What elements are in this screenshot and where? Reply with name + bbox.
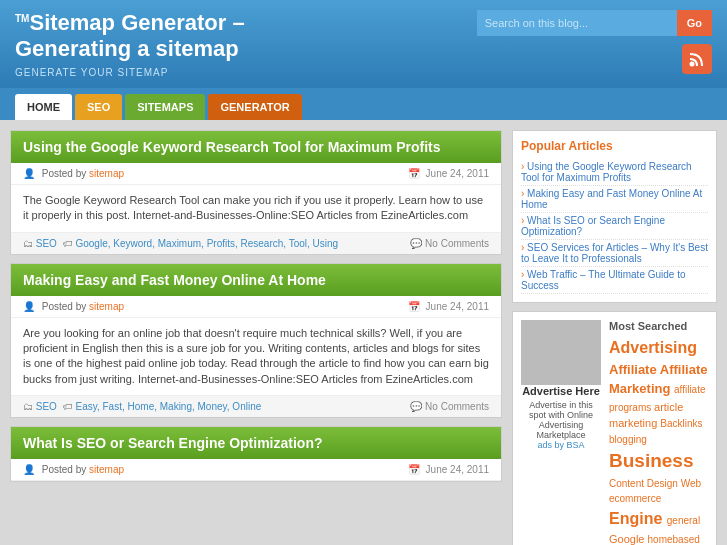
tag[interactable]: Affiliate: [609, 362, 660, 377]
tag[interactable]: ecommerce: [609, 493, 661, 504]
main-content: Using the Google Keyword Research Tool f…: [0, 120, 727, 545]
nav-bar: HOME SEO SITEMAPS GENERATOR: [0, 88, 727, 120]
svg-point-0: [690, 62, 695, 67]
advertise-section: Advertise Here Advertise in this spot wi…: [521, 320, 601, 545]
tag[interactable]: Business: [609, 450, 693, 471]
tag-cloud-area: Advertise Here Advertise in this spot wi…: [512, 311, 717, 545]
site-title: TMSitemap Generator – Generating a sitem…: [15, 10, 245, 63]
article-card: Using the Google Keyword Research Tool f…: [10, 130, 502, 255]
popular-link[interactable]: Making Easy and Fast Money Online At Hom…: [521, 186, 708, 213]
calendar-icon: 📅: [408, 168, 420, 179]
article-comments: 💬 No Comments: [410, 238, 489, 249]
article-title-link[interactable]: What Is SEO or Search Engine Optimizatio…: [23, 435, 322, 451]
tab-sitemaps[interactable]: SITEMAPS: [125, 94, 205, 120]
header-right: Go: [477, 10, 712, 74]
tag[interactable]: Backlinks: [660, 418, 702, 429]
advertise-image: [521, 320, 601, 385]
user-icon: 👤: [23, 464, 35, 475]
advertise-link[interactable]: ads by BSA: [537, 440, 584, 450]
trademark: TM: [15, 13, 29, 24]
sidebar: Popular Articles Using the Google Keywor…: [512, 130, 717, 545]
popular-articles-box: Popular Articles Using the Google Keywor…: [512, 130, 717, 303]
article-date: 📅 June 24, 2011: [408, 168, 489, 179]
tab-seo[interactable]: SEO: [75, 94, 122, 120]
popular-link[interactable]: SEO Services for Articles – Why It's Bes…: [521, 240, 708, 267]
article-body: Are you looking for an online job that d…: [11, 318, 501, 396]
site-subtitle: GENERATE YOUR SITEMAP: [15, 67, 245, 78]
user-icon: 👤: [23, 168, 35, 179]
article-footer: 🗂 SEO 🏷 Easy, Fast, Home, Making, Money,…: [11, 395, 501, 417]
tag[interactable]: Advertising: [609, 339, 697, 356]
advertise-box: Advertise Here Advertise in this spot wi…: [521, 385, 601, 450]
rss-icon[interactable]: [682, 44, 712, 74]
tag[interactable]: Content Design Web: [609, 478, 701, 489]
tag[interactable]: Google: [609, 533, 648, 545]
article-meta: 👤 Posted by sitemap 📅 June 24, 2011: [11, 163, 501, 185]
article-comments: 💬 No Comments: [410, 401, 489, 412]
author-link[interactable]: sitemap: [89, 168, 124, 179]
most-searched-title: Most Searched: [609, 320, 708, 332]
search-bar: Go: [477, 10, 712, 36]
popular-link[interactable]: Web Traffic – The Ultimate Guide to Succ…: [521, 267, 708, 294]
article-footer: 🗂 SEO 🏷 Google, Keyword, Maximum, Profit…: [11, 232, 501, 254]
user-icon: 👤: [23, 301, 35, 312]
tag[interactable]: Engine: [609, 510, 667, 527]
tab-home[interactable]: HOME: [15, 94, 72, 120]
article-meta: 👤 Posted by sitemap 📅 June 24, 2011: [11, 296, 501, 318]
tag[interactable]: general: [667, 515, 700, 526]
article-card: Making Easy and Fast Money Online At Hom…: [10, 263, 502, 419]
article-title-bar: What Is SEO or Search Engine Optimizatio…: [11, 427, 501, 459]
tag-cloud: Advertising Affiliate Affiliate Marketin…: [609, 336, 708, 545]
advertise-title: Advertise Here: [521, 385, 601, 397]
tag[interactable]: blogging: [609, 434, 647, 445]
article-tags: 🗂 SEO 🏷 Google, Keyword, Maximum, Profit…: [23, 238, 341, 249]
header-left: TMSitemap Generator – Generating a sitem…: [15, 10, 245, 78]
author-info: 👤 Posted by sitemap: [23, 464, 124, 475]
most-searched-section: Most Searched Advertising Affiliate Affi…: [609, 320, 708, 545]
calendar-icon: 📅: [408, 464, 420, 475]
article-card: What Is SEO or Search Engine Optimizatio…: [10, 426, 502, 482]
article-title-link[interactable]: Making Easy and Fast Money Online At Hom…: [23, 272, 326, 288]
search-input[interactable]: [477, 10, 677, 36]
article-title-bar: Using the Google Keyword Research Tool f…: [11, 131, 501, 163]
popular-link[interactable]: Using the Google Keyword Research Tool f…: [521, 159, 708, 186]
advertise-body: Advertise in this spot with Online Adver…: [521, 400, 601, 440]
author-info: 👤 Posted by sitemap: [23, 168, 124, 179]
header: TMSitemap Generator – Generating a sitem…: [0, 0, 727, 88]
article-title-link[interactable]: Using the Google Keyword Research Tool f…: [23, 139, 440, 155]
article-tags: 🗂 SEO 🏷 Easy, Fast, Home, Making, Money,…: [23, 401, 264, 412]
author-link[interactable]: sitemap: [89, 464, 124, 475]
article-date: 📅 June 24, 2011: [408, 464, 489, 475]
search-button[interactable]: Go: [677, 10, 712, 36]
article-list: Using the Google Keyword Research Tool f…: [10, 130, 502, 545]
article-body: The Google Keyword Research Tool can mak…: [11, 185, 501, 232]
popular-articles-title: Popular Articles: [521, 139, 708, 153]
article-meta: 👤 Posted by sitemap 📅 June 24, 2011: [11, 459, 501, 481]
author-link[interactable]: sitemap: [89, 301, 124, 312]
article-title-bar: Making Easy and Fast Money Online At Hom…: [11, 264, 501, 296]
author-info: 👤 Posted by sitemap: [23, 301, 124, 312]
tab-generator[interactable]: GENERATOR: [208, 94, 301, 120]
calendar-icon: 📅: [408, 301, 420, 312]
article-date: 📅 June 24, 2011: [408, 301, 489, 312]
popular-link[interactable]: What Is SEO or Search Engine Optimizatio…: [521, 213, 708, 240]
